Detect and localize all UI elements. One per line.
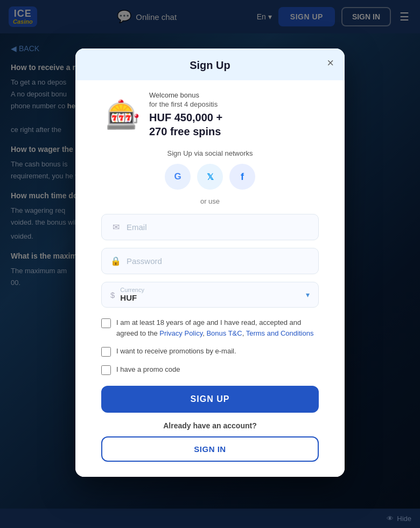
- facebook-icon: f: [241, 171, 244, 183]
- google-icon: G: [174, 171, 181, 182]
- currency-field[interactable]: $ Currency HUF ▾: [101, 282, 319, 308]
- bonus-tc-link[interactable]: Bonus T&C: [206, 329, 242, 337]
- social-signup-label: Sign Up via social networks: [101, 149, 319, 157]
- promo-code-checkbox-item: I have a promo code: [101, 364, 319, 375]
- email-icon: ✉: [110, 222, 121, 232]
- modal-signin-button[interactable]: SIGN IN: [101, 436, 319, 462]
- or-use-label: or use: [101, 197, 319, 205]
- social-buttons: G 𝕏 f: [101, 164, 319, 190]
- promo-checkbox[interactable]: [101, 347, 111, 357]
- bonus-welcome-label: Welcome bonus: [149, 91, 222, 99]
- promo-checkbox-item: I want to receive promotions by e-mail.: [101, 346, 319, 357]
- bonus-spins: 270 free spins: [149, 124, 222, 138]
- terms-link[interactable]: Terms and Conditions: [246, 329, 314, 337]
- already-account-text: Already have an account?: [101, 421, 319, 430]
- twitter-signup-button[interactable]: 𝕏: [197, 164, 223, 190]
- facebook-signup-button[interactable]: f: [229, 164, 255, 190]
- twitter-icon: 𝕏: [207, 172, 214, 182]
- age-sep: ,: [242, 329, 246, 337]
- modal-close-button[interactable]: ×: [327, 57, 334, 69]
- bonus-for-label: for the first 4 depositis: [149, 100, 222, 108]
- modal-header: Sign Up ×: [75, 48, 345, 80]
- bonus-amount: HUF 450,000 +: [149, 110, 222, 124]
- currency-dollar-icon: $: [110, 290, 115, 300]
- password-field-wrapper: 🔒: [101, 248, 319, 274]
- email-input[interactable]: [127, 223, 310, 232]
- currency-right: Currency HUF: [120, 287, 300, 303]
- signup-modal: Sign Up × 🎰 Welcome bonus for the first …: [75, 48, 345, 477]
- age-checkbox-item: I am at least 18 years of age and I have…: [101, 317, 319, 338]
- age-checkbox[interactable]: [101, 318, 111, 328]
- modal-title: Sign Up: [190, 59, 230, 71]
- currency-label: Currency: [120, 287, 300, 293]
- slot-machine-icon: 🎰: [106, 101, 141, 129]
- google-signup-button[interactable]: G: [165, 164, 191, 190]
- email-field-wrapper: ✉: [101, 214, 319, 240]
- currency-value: HUF: [120, 293, 137, 302]
- promo-checkbox-label[interactable]: I want to receive promotions by e-mail.: [116, 346, 236, 357]
- modal-signup-button[interactable]: SIGN UP: [101, 386, 319, 413]
- privacy-policy-link[interactable]: Privacy Policy: [159, 329, 202, 337]
- promo-code-checkbox-label[interactable]: I have a promo code: [116, 364, 180, 375]
- modal-body: 🎰 Welcome bonus for the first 4 depositi…: [75, 80, 345, 477]
- age-checkbox-label[interactable]: I am at least 18 years of age and I have…: [116, 317, 319, 338]
- lock-icon: 🔒: [110, 256, 121, 266]
- promo-code-checkbox[interactable]: [101, 365, 111, 375]
- bonus-section: 🎰 Welcome bonus for the first 4 depositi…: [101, 91, 319, 138]
- bonus-text: Welcome bonus for the first 4 depositis …: [149, 91, 222, 138]
- password-input[interactable]: [127, 256, 310, 266]
- currency-chevron-icon: ▾: [306, 290, 310, 299]
- checkbox-group: I am at least 18 years of age and I have…: [101, 317, 319, 375]
